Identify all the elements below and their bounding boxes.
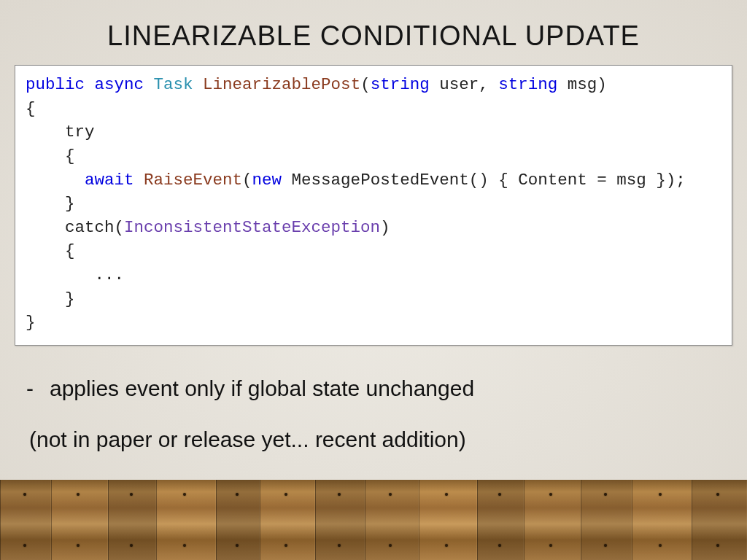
code-token: { xyxy=(26,99,36,118)
code-block: public async Task LinearizablePost(strin… xyxy=(15,65,732,346)
code-token: Task xyxy=(154,75,193,94)
code-token: MessagePostedEvent() { Content = msg }); xyxy=(282,171,686,190)
slide-title: LINEARIZABLE CONDITIONAL UPDATE xyxy=(13,20,734,52)
code-token: } xyxy=(26,313,36,332)
code-token: await xyxy=(85,171,134,190)
bullet-item: - applies event only if global state unc… xyxy=(26,376,734,401)
code-token: new xyxy=(252,171,282,190)
bullet-list: - applies event only if global state unc… xyxy=(26,376,734,452)
slide: LINEARIZABLE CONDITIONAL UPDATE public a… xyxy=(0,0,747,560)
code-token: InconsistentStateException xyxy=(124,218,380,237)
code-token: try xyxy=(26,122,95,141)
code-token xyxy=(26,171,85,190)
slide-note: (not in paper or release yet... recent a… xyxy=(29,427,734,452)
code-token: user, xyxy=(430,75,499,94)
code-token: msg) xyxy=(557,75,607,94)
code-token: RaiseEvent xyxy=(144,171,242,190)
code-token: LinearizablePost xyxy=(203,75,360,94)
bullet-text: applies event only if global state uncha… xyxy=(50,376,474,401)
code-token: catch( xyxy=(26,218,124,237)
code-token: } xyxy=(26,194,75,213)
floor-decoration xyxy=(0,480,747,560)
code-token: async xyxy=(95,75,144,94)
code-token: { xyxy=(26,147,75,166)
code-token: { xyxy=(26,241,75,260)
code-token: string xyxy=(371,75,430,94)
code-token: string xyxy=(498,75,557,94)
code-token: public xyxy=(26,75,85,94)
bullet-dash: - xyxy=(26,376,39,401)
code-token: } xyxy=(26,289,75,308)
code-token: ... xyxy=(26,265,124,284)
code-token: ) xyxy=(380,218,390,237)
